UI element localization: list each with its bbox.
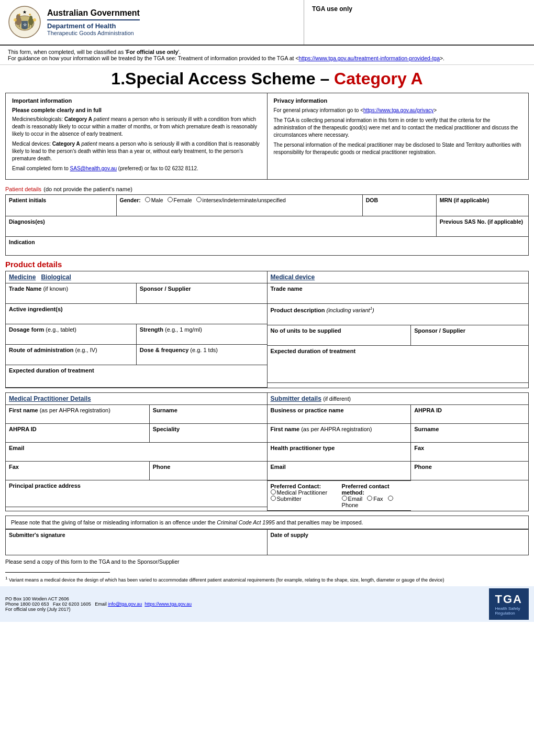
biz-name-input[interactable]	[271, 413, 408, 421]
dose-frequency-cell: Dose & frequency (e.g. 1 tds)	[136, 345, 266, 365]
sig-row: Submitter's signature Date of supply	[6, 530, 529, 555]
contact-med-prac[interactable]: Medical Practitioner	[271, 489, 328, 496]
submitter-section: Submitter details (if different) Busines…	[268, 393, 529, 511]
prac-grid: Medical Practitioner Details First name …	[5, 392, 529, 511]
privacy-info-para2: The TGA is collecting personal informati…	[274, 117, 522, 139]
svg-text:★: ★	[28, 13, 31, 16]
surname-input[interactable]	[153, 413, 264, 421]
warning-box: Please note that the giving of false or …	[5, 516, 529, 529]
gender-female[interactable]: Female	[168, 197, 192, 203]
sub-firstname-cell: First name (as per AHPRA registration)	[268, 424, 411, 443]
indication-label: Indication	[9, 239, 525, 245]
expected-duration-input-dev[interactable]	[271, 354, 526, 380]
radio-intersex[interactable]	[196, 197, 202, 202]
radio-fax-method[interactable]	[367, 496, 372, 501]
info-section: Important information Please complete cl…	[5, 93, 529, 180]
active-ingredients-input[interactable]	[9, 312, 264, 322]
strength-input[interactable]	[140, 333, 264, 342]
ahpra-id-cell: AHPRA ID	[6, 424, 149, 443]
dose-frequency-input[interactable]	[140, 353, 264, 363]
sub-phone-input[interactable]	[414, 470, 525, 478]
principal-address-label: Principal practice address	[9, 483, 81, 489]
patient-initials-input-area[interactable]	[9, 203, 113, 214]
indication-input-area[interactable]	[9, 245, 525, 253]
sponsor-input-med[interactable]	[140, 292, 264, 301]
principal-address-input[interactable]	[9, 489, 264, 505]
tga-logo-box: TGA Health Safety Regulation	[489, 588, 529, 620]
sub-fax-input[interactable]	[414, 451, 525, 459]
ahpra-id-input[interactable]	[9, 432, 146, 440]
radio-submitter[interactable]	[271, 496, 276, 501]
dosage-form-input[interactable]	[9, 333, 133, 342]
sub-phone-cell: Phone	[411, 462, 528, 480]
previous-sas-cell: Previous SAS No. (if applicable)	[436, 216, 528, 237]
sub-email-input[interactable]	[271, 470, 408, 478]
trade-name-input[interactable]	[9, 292, 133, 301]
svg-text:★: ★	[23, 9, 27, 15]
gender-intersex[interactable]: intersex/indeterminate/unspecified	[196, 197, 286, 203]
no-units-input[interactable]	[271, 334, 408, 343]
diagnosis-input-area[interactable]	[9, 225, 433, 234]
date-supply-input-area[interactable]	[271, 538, 526, 553]
route-input[interactable]	[9, 353, 133, 363]
medicine-bio-title: Medicine Biological	[6, 271, 267, 283]
speciality-input[interactable]	[153, 432, 264, 440]
official-use-bold: For official use only	[126, 49, 178, 55]
important-info-para1: Medicines/biologicals: Category A patien…	[12, 116, 261, 138]
sas-email-link[interactable]: SAS@health.gov.au	[70, 166, 117, 171]
classification-line2: For guidance on how your information wil…	[8, 55, 526, 61]
sponsor-input-dev[interactable]	[414, 334, 525, 343]
sub-firstname-label: First name	[271, 426, 300, 432]
first-name-input[interactable]	[9, 413, 146, 421]
gender-options: Gender: Male Female intersex/indetermina…	[120, 197, 359, 203]
phone-input[interactable]	[153, 470, 264, 478]
radio-phone-method[interactable]	[388, 496, 393, 501]
tga-logo-content: TGA Health Safety Regulation	[495, 593, 522, 616]
gender-male[interactable]: Male	[145, 197, 163, 203]
bottom-url-link[interactable]: https://www.tga.gov.au	[144, 601, 192, 607]
bottom-email-link[interactable]: info@tga.gov.au	[108, 601, 142, 607]
footer-notice: Please send a copy of this form to the T…	[0, 555, 534, 568]
speciality-cell: Speciality	[149, 424, 266, 443]
health-prac-type-input[interactable]	[271, 451, 408, 459]
phone-cell: Phone	[149, 462, 266, 480]
expected-duration-input-med[interactable]	[9, 374, 264, 385]
sub-surname-input[interactable]	[414, 432, 525, 440]
method-email[interactable]: Email	[342, 496, 363, 502]
sub-firstname-input[interactable]	[271, 432, 408, 440]
radio-email[interactable]	[342, 496, 347, 501]
method-fax[interactable]: Fax	[367, 496, 383, 502]
fax-info: Fax 02 6203 1605	[53, 601, 91, 607]
sub-row-2: First name (as per AHPRA registration) S…	[268, 424, 529, 443]
radio-female[interactable]	[168, 197, 173, 202]
medicine-label: Medicine	[9, 273, 36, 281]
address-line: PO Box 100 Woden ACT 2606	[5, 596, 192, 601]
contact-submitter[interactable]: Submitter	[271, 496, 302, 502]
patient-italic-1: patient	[94, 116, 109, 122]
submitter-table: Business or practice name AHPRA ID First…	[268, 404, 529, 511]
patient-initials-cell: Patient initials	[6, 195, 117, 216]
mrn-input-area[interactable]	[440, 203, 525, 214]
fax-input[interactable]	[9, 470, 146, 478]
header: ☆ ★ ★ ★ Australian Government Department…	[0, 0, 534, 46]
patient-section-title: Patient details (do not provide the pati…	[0, 180, 534, 194]
signature-input-area[interactable]	[9, 538, 264, 553]
previous-sas-input-area[interactable]	[440, 225, 525, 234]
dob-input-area[interactable]	[366, 203, 433, 214]
email-input[interactable]	[9, 451, 264, 459]
device-trade-name-input[interactable]	[271, 292, 526, 301]
radio-med-prac[interactable]	[271, 489, 276, 495]
submitter-label: Submitter details	[271, 395, 321, 402]
radio-male[interactable]	[145, 197, 150, 202]
contact-line: Phone 1800 020 653 Fax 02 6203 1605 Emai…	[5, 601, 192, 607]
product-details-section: Product details Medicine Biological Trad…	[5, 260, 529, 388]
med-row-2: Active ingredient(s)	[6, 304, 267, 324]
treatment-info-link[interactable]: https://www.tga.gov.au/treatment-informa…	[299, 55, 440, 61]
patient-initials-label: Patient initials	[9, 197, 113, 203]
sub-ahpra-input[interactable]	[414, 413, 525, 421]
product-description-input[interactable]	[271, 313, 526, 323]
important-info-subtitle: Please complete clearly and in full	[12, 107, 261, 113]
svg-point-14	[14, 18, 17, 21]
cat-a-bold-1: Category A	[64, 116, 92, 122]
privacy-link[interactable]: https://www.tga.gov.au/privacy	[363, 107, 433, 113]
